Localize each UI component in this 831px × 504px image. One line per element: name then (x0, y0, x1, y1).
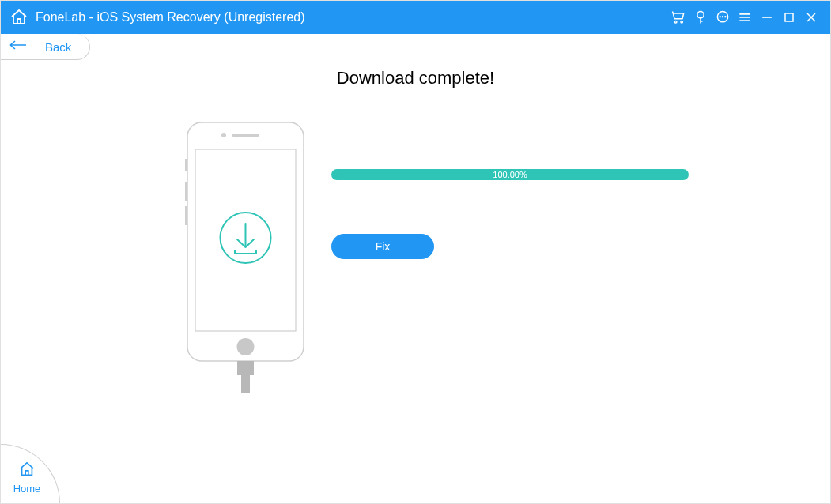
svg-rect-12 (232, 134, 259, 137)
key-icon[interactable] (689, 6, 712, 28)
back-arrow-icon (9, 39, 29, 55)
phone-illustration (184, 119, 307, 399)
svg-point-1 (681, 21, 683, 24)
main-content: Download complete! 100 (1, 60, 830, 503)
status-headline: Download complete! (1, 68, 830, 88)
progress-bar: 100.00% (331, 169, 689, 180)
svg-point-0 (674, 21, 677, 24)
svg-rect-17 (237, 361, 254, 375)
progress-bar-container: 100.00% (331, 169, 689, 180)
svg-point-4 (720, 17, 720, 17)
svg-point-16 (237, 338, 255, 355)
back-button[interactable]: Back (1, 34, 90, 60)
close-icon[interactable] (800, 6, 822, 28)
svg-rect-11 (185, 206, 187, 225)
menu-icon[interactable] (734, 6, 756, 28)
svg-point-2 (697, 12, 704, 18)
svg-point-5 (723, 17, 723, 17)
maximize-icon[interactable] (778, 6, 800, 28)
app-home-icon (9, 7, 29, 28)
svg-rect-7 (785, 13, 793, 21)
svg-point-6 (725, 17, 726, 17)
back-label: Back (45, 40, 71, 54)
svg-point-13 (221, 133, 226, 137)
svg-rect-18 (241, 375, 250, 393)
feedback-icon[interactable] (712, 6, 734, 28)
fix-button[interactable]: Fix (331, 234, 434, 259)
cart-icon[interactable] (667, 6, 689, 28)
titlebar: FoneLab - iOS System Recovery (Unregiste… (1, 1, 830, 34)
home-label: Home (13, 483, 41, 495)
svg-rect-9 (185, 159, 187, 171)
app-title: FoneLab - iOS System Recovery (Unregiste… (36, 10, 305, 24)
minimize-icon[interactable] (756, 6, 778, 28)
progress-percent: 100.00% (331, 169, 689, 180)
home-icon (17, 461, 36, 481)
svg-rect-10 (185, 182, 187, 201)
